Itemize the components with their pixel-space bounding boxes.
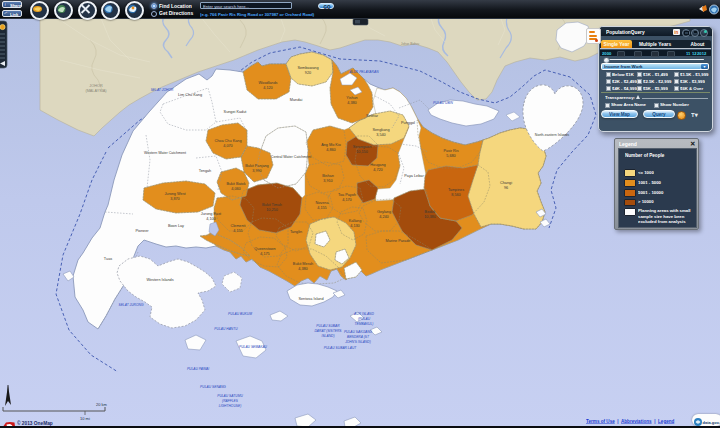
svg-text:Boon Lay: Boon Lay xyxy=(168,224,184,228)
svg-text:Bishan: Bishan xyxy=(322,174,334,178)
svg-text:Serangoon: Serangoon xyxy=(353,145,372,149)
svg-text:Sungei Kadut: Sungei Kadut xyxy=(224,110,248,114)
svg-text:Punggol: Punggol xyxy=(401,121,415,125)
svg-text:10 mi: 10 mi xyxy=(80,416,90,421)
svg-text:PULAU PAWAI: PULAU PAWAI xyxy=(187,367,209,371)
svg-text:Jurong East: Jurong East xyxy=(201,212,222,216)
svg-text:Tanglin: Tanglin xyxy=(290,230,302,234)
svg-text:Bukit Timah: Bukit Timah xyxy=(262,203,282,207)
svg-text:PULAU BUKUM: PULAU BUKUM xyxy=(228,312,252,316)
svg-text:PULAU HANTU: PULAU HANTU xyxy=(214,327,238,331)
svg-text:10,250: 10,250 xyxy=(266,208,278,212)
svg-text:Seletar: Seletar xyxy=(366,114,379,118)
svg-text:Ang Mo Kio: Ang Mo Kio xyxy=(321,143,341,147)
svg-text:PULAU SATUMU: PULAU SATUMU xyxy=(217,394,243,398)
svg-text:Tuas: Tuas xyxy=(104,257,112,261)
svg-text:Mandai: Mandai xyxy=(290,98,303,102)
svg-text:Bukit Batok: Bukit Batok xyxy=(226,182,245,186)
svg-text:3,540: 3,540 xyxy=(376,133,386,137)
svg-text:5,680: 5,680 xyxy=(446,154,456,158)
svg-text:20 km: 20 km xyxy=(96,402,108,407)
svg-text:Western Water Catchment: Western Water Catchment xyxy=(144,151,186,155)
svg-text:(RAFFLES: (RAFFLES xyxy=(222,399,239,403)
svg-text:(PULAU: (PULAU xyxy=(358,317,371,321)
svg-text:3,870: 3,870 xyxy=(170,197,180,201)
svg-text:3,990: 3,990 xyxy=(252,169,262,173)
svg-text:10,150: 10,150 xyxy=(356,150,368,154)
svg-text:Bukit Panjang: Bukit Panjang xyxy=(245,164,268,168)
svg-text:Tampines: Tampines xyxy=(448,188,464,192)
svg-text:Geylang: Geylang xyxy=(377,210,391,214)
svg-text:PULAU SUBAR LAUT: PULAU SUBAR LAUT xyxy=(324,346,358,350)
svg-text:SELAT JOHOR: SELAT JOHOR xyxy=(151,88,174,92)
svg-text:Hougang: Hougang xyxy=(370,163,385,167)
svg-text:4,860: 4,860 xyxy=(326,148,336,152)
svg-text:TEMBAKUL): TEMBAKUL) xyxy=(355,322,374,326)
svg-text:4,155: 4,155 xyxy=(233,229,243,233)
svg-text:10,380: 10,380 xyxy=(424,215,436,219)
svg-text:Sengkang: Sengkang xyxy=(372,128,389,132)
svg-text:Pasir Ris: Pasir Ris xyxy=(443,149,458,153)
svg-text:Choa Chu Kang: Choa Chu Kang xyxy=(214,139,241,143)
svg-text:8,560: 8,560 xyxy=(451,193,461,197)
svg-text:Jurong West: Jurong West xyxy=(164,192,186,196)
svg-text:PULAU SAKIJANG: PULAU SAKIJANG xyxy=(344,330,373,334)
svg-text:4,170: 4,170 xyxy=(342,198,352,202)
svg-text:PULAU SUBAR: PULAU SUBAR xyxy=(316,324,340,328)
svg-text:3,910: 3,910 xyxy=(323,179,333,183)
svg-text:Kallang: Kallang xyxy=(349,219,362,223)
svg-text:4,175: 4,175 xyxy=(260,252,270,256)
svg-text:Paya Lebar: Paya Lebar xyxy=(404,174,424,178)
svg-text:Central Water Catchment: Central Water Catchment xyxy=(271,155,311,159)
svg-text:920: 920 xyxy=(305,71,311,75)
svg-text:4,100: 4,100 xyxy=(206,217,216,221)
svg-text:4,240: 4,240 xyxy=(379,215,389,219)
svg-text:Sembawang: Sembawang xyxy=(297,66,318,70)
svg-text:PULAU SENANG: PULAU SENANG xyxy=(200,385,226,389)
svg-text:AUR ISLAND: AUR ISLAND xyxy=(353,312,374,316)
svg-text:96: 96 xyxy=(504,186,508,190)
svg-text:Yishun: Yishun xyxy=(346,96,357,100)
svg-text:4,120: 4,120 xyxy=(263,86,273,90)
svg-text:Bukit Merah: Bukit Merah xyxy=(293,262,313,266)
svg-text:Changi: Changi xyxy=(500,181,512,185)
svg-text:PULAU SEMAKAU: PULAU SEMAKAU xyxy=(239,345,268,349)
svg-text:4,060: 4,060 xyxy=(231,187,241,191)
svg-text:4,380: 4,380 xyxy=(347,101,357,105)
svg-text:SELAT JURONG: SELAT JURONG xyxy=(118,303,143,307)
svg-text:Sentosa Island: Sentosa Island xyxy=(298,297,323,301)
svg-text:Western Islands: Western Islands xyxy=(146,278,173,282)
svg-text:Woodlands: Woodlands xyxy=(259,81,278,85)
svg-text:(MALAYSIA): (MALAYSIA) xyxy=(85,89,107,93)
svg-text:Tengah: Tengah xyxy=(199,169,211,173)
svg-text:JOHOR: JOHOR xyxy=(89,84,103,88)
svg-text:Bedok: Bedok xyxy=(425,210,436,214)
svg-text:4,380: 4,380 xyxy=(298,267,308,271)
svg-text:ISLAND): ISLAND) xyxy=(321,334,334,338)
svg-text:JOHN'S ISLAND): JOHN'S ISLAND) xyxy=(344,340,371,344)
svg-text:LIGHTHOUSE): LIGHTHOUSE) xyxy=(219,404,242,408)
svg-text:Pioneer: Pioneer xyxy=(135,229,149,233)
svg-text:4,720: 4,720 xyxy=(373,168,383,172)
svg-text:DARAT (SISTERS: DARAT (SISTERS xyxy=(314,329,342,333)
svg-text:4,070: 4,070 xyxy=(223,144,233,148)
svg-text:North-eastern Islands: North-eastern Islands xyxy=(535,133,570,137)
svg-text:Johor Bahru: Johor Bahru xyxy=(401,42,420,46)
svg-text:Clementi: Clementi xyxy=(231,224,246,228)
svg-text:Novena: Novena xyxy=(315,201,329,205)
svg-text:4,155: 4,155 xyxy=(317,206,327,210)
svg-text:data.gov.sg: data.gov.sg xyxy=(703,420,720,425)
svg-text:4,130: 4,130 xyxy=(350,224,360,228)
svg-text:Marine Parade: Marine Parade xyxy=(386,239,411,243)
svg-text:Lim Chu Kang: Lim Chu Kang xyxy=(178,93,202,97)
svg-text:ALUR PELAYARAN: ALUR PELAYARAN xyxy=(348,70,379,74)
svg-text:Queenstown: Queenstown xyxy=(254,247,275,251)
svg-text:BENDERA (ST: BENDERA (ST xyxy=(347,335,370,339)
svg-text:Toa Payoh: Toa Payoh xyxy=(338,193,356,197)
svg-text:PULAU UBIN: PULAU UBIN xyxy=(433,101,453,105)
